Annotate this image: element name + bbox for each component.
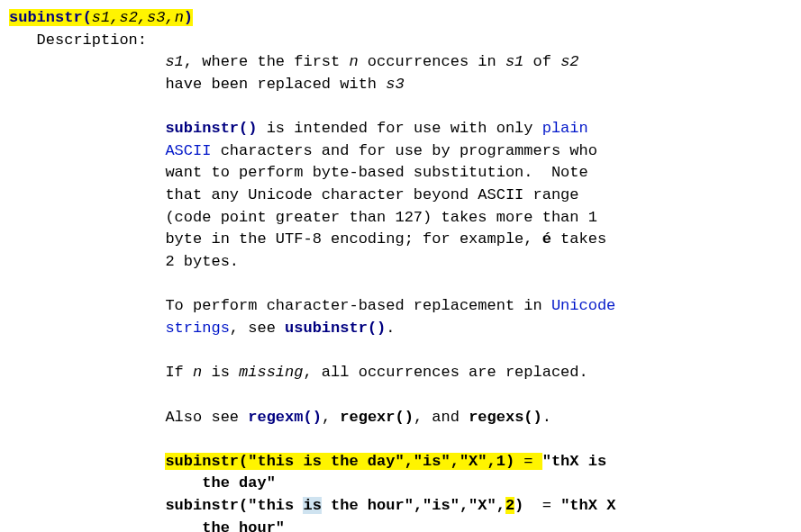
example-1-res-a: "thX is [542, 453, 606, 470]
txt: , [322, 409, 340, 426]
txt: Also see [165, 409, 248, 426]
example-1-eq: = [514, 453, 542, 470]
link-unicode-strings-b[interactable]: strings [165, 320, 229, 337]
link-unicode-strings-a[interactable]: Unicode [551, 297, 615, 314]
description-label: Description: [9, 30, 165, 52]
example-2-sel: is [303, 497, 321, 514]
example-2-eq: = [523, 497, 560, 514]
paren-open: ( [83, 9, 92, 26]
txt: is [202, 364, 239, 381]
fn-name-inline: subinstr() [165, 120, 257, 137]
example-2-call-b: the hour","is","X", [322, 497, 505, 514]
txt: want to perform byte-based substitution.… [165, 164, 587, 181]
txt: , all occurrences are replaced. [303, 364, 587, 381]
txt: (code point greater than 127) takes more… [165, 209, 596, 226]
txt: characters and for use by programmers wh… [211, 142, 596, 159]
paren-close: ) [184, 9, 193, 26]
txt: To perform character-based replacement i… [165, 297, 551, 314]
arg-s1b: s1 [505, 53, 523, 70]
fn-name: subinstr [9, 9, 83, 26]
char-e-acute: é [542, 230, 551, 248]
txt: of [523, 53, 560, 70]
txt: occurrences in [359, 53, 505, 70]
arg-s1: s1 [165, 53, 183, 70]
fn-regexr: regexr() [340, 409, 414, 426]
txt: takes [551, 230, 606, 248]
example-2-res-b: the hour" [165, 519, 285, 532]
link-plain-ascii-a[interactable]: plain [542, 120, 588, 137]
arg-n2: n [193, 364, 202, 381]
description-text: s1, where the first n occurrences in s1 … [165, 30, 792, 532]
example-2-call-a: subinstr("this [165, 497, 303, 514]
txt: If [165, 364, 193, 381]
example-1-call: subinstr("this is the day","is","X",1) [165, 453, 514, 470]
txt: , and [414, 409, 469, 426]
txt: , where the first [184, 53, 350, 70]
txt: , see [230, 320, 285, 337]
example-2-call-c: ) [514, 497, 523, 514]
txt: . [386, 320, 395, 337]
word-missing: missing [239, 364, 303, 381]
txt: that any Unicode character beyond ASCII … [165, 186, 578, 203]
txt: byte in the UTF-8 encoding; for example, [165, 230, 542, 248]
description-block: Description: s1, where the first n occur… [9, 30, 792, 532]
txt: . [542, 409, 551, 426]
example-2-res-a: "thX X [560, 497, 615, 514]
fn-usubinstr: usubinstr() [285, 320, 386, 337]
arg-n: n [349, 53, 358, 70]
arg-s2: s2 [560, 53, 578, 70]
function-signature: subinstr(s1,s2,s3,n) [9, 7, 792, 30]
example-1-res-b: the day" [165, 474, 275, 491]
fn-args: s1,s2,s3,n [92, 9, 184, 26]
txt: is intended for use with only [257, 120, 542, 137]
fn-regexs: regexs() [469, 409, 542, 426]
txt: 2 bytes. [165, 253, 239, 270]
example-2-arg-n: 2 [505, 497, 514, 514]
link-plain-ascii-b[interactable]: ASCII [165, 142, 211, 159]
fn-regexm: regexm() [248, 409, 322, 426]
txt: have been replaced with [165, 76, 386, 93]
arg-s3: s3 [386, 76, 404, 93]
